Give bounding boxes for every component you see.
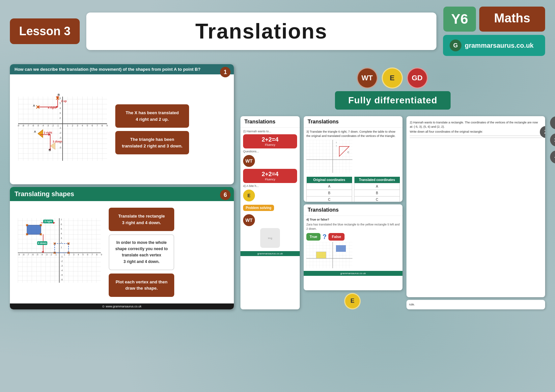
ws-math-box-1: 2+2=4 Fluency	[243, 134, 297, 148]
ws-problem-badge: Problem solving	[243, 205, 274, 211]
grammarsaurus-icon: G	[450, 39, 461, 51]
svg-text:B: B	[58, 93, 60, 96]
true-false-row: True ? False	[306, 233, 400, 241]
ws-mid-bottom: Translations 4) True or false? Zara has …	[304, 204, 402, 290]
ws-e-badge: E	[243, 190, 255, 201]
ws-mid-bottom-title: Translations	[304, 204, 402, 216]
num-2: 2	[550, 116, 555, 129]
num-label-2: 2	[540, 126, 545, 138]
svg-text:6: 6	[92, 124, 93, 127]
main-container: Lesson 3 Translations Y6 Maths G grammar…	[0, 0, 555, 316]
svg-text:-5: -5	[36, 253, 38, 256]
gd-circle: GD	[407, 67, 428, 89]
svg-text:-4: -4	[61, 269, 63, 272]
svg-text:9: 9	[106, 124, 108, 127]
num-labels-stack: 2	[540, 126, 545, 138]
svg-text:1: 1	[64, 253, 65, 256]
slide1-exp2: The triangle has beentranslated 2 right …	[115, 131, 189, 154]
left-panels: 1 How can we describe the translation (t…	[10, 64, 234, 309]
ws-mid-bottom-footer: grammarsaurus.co.uk	[304, 271, 402, 276]
ws-wt-badge: WT	[243, 155, 255, 167]
question-icon: ?	[322, 233, 326, 241]
slide-number-1: 1	[220, 67, 231, 77]
svg-text:6: 6	[87, 253, 88, 256]
svg-text:-3: -3	[59, 136, 61, 139]
ws-mid-top: Translations 3) Translate the triangle 6…	[304, 116, 402, 202]
svg-text:-2: -2	[52, 124, 54, 127]
trans-row-b: B	[354, 190, 400, 196]
svg-text:4 down: 4 down	[38, 242, 47, 245]
svg-text:-6: -6	[61, 278, 63, 281]
svg-text:-6: -6	[32, 253, 34, 256]
svg-text:2: 2	[59, 117, 61, 119]
page-title: Translations	[99, 19, 423, 43]
ws-right-main: 2) Hannah wants to translate a rectangle…	[406, 116, 545, 297]
svg-text:-7: -7	[27, 124, 29, 127]
trans-row-c: C	[354, 196, 400, 202]
ws-math-box-2: 2+2=4 Fluency	[243, 169, 297, 183]
e-badge-standalone: E	[304, 293, 402, 309]
ws-left-footer: grammarsaurus.co.uk	[240, 251, 300, 256]
middle-worksheet-stack: Translations 3) Translate the triangle 6…	[304, 116, 402, 309]
svg-text:9: 9	[101, 253, 102, 256]
e-circle: E	[382, 67, 403, 89]
e-badge-lg: E	[344, 293, 361, 309]
q4-text: Zara has translated the blue rectangle t…	[306, 222, 400, 231]
slide2-exp3: Plot each vertex and thendraw the shape.	[109, 274, 174, 297]
diff-banner-area: WT E GD Fully differentiated	[240, 64, 545, 111]
svg-text:-3: -3	[61, 265, 63, 267]
header: Lesson 3 Translations Y6 Maths G grammar…	[10, 7, 545, 56]
svg-text:-6: -6	[32, 124, 34, 127]
slide2-exp2: In order to move the whole shape correct…	[109, 234, 174, 270]
orig-row-b: B	[307, 190, 352, 196]
ws-wt-badge-2: WT	[243, 214, 255, 226]
trans-header: Translated coordinates	[354, 177, 400, 183]
slide1-grid: -9 -8 -7 -6 -5 -4 -3 -2 -1 1 2 3	[13, 78, 112, 181]
svg-text:A: A	[33, 104, 35, 107]
svg-text:-8: -8	[22, 124, 24, 127]
ws-left-1-body: 2) Hannah wants to... 2+2=4 Fluency Ques…	[240, 128, 300, 251]
svg-text:7: 7	[92, 253, 93, 256]
orig-row-c: C	[307, 196, 352, 202]
svg-text:6: 6	[61, 223, 62, 225]
trans-row-a: A	[354, 183, 400, 190]
ws-q-placeholder2: 4) A bite h...	[243, 184, 297, 188]
grammarsaurus-badge: G grammarsaurus.co.uk	[443, 35, 545, 56]
ws-left-1-title: Translations	[240, 116, 300, 128]
svg-text:2 up: 2 up	[61, 100, 67, 103]
far-right-nums: 2 13 -1	[550, 116, 555, 164]
svg-text:-7: -7	[27, 253, 29, 256]
svg-text:4: 4	[82, 124, 83, 127]
ws-character-img: img	[260, 228, 280, 248]
ws-right-q2: 2) Hannah wants to translate a rectangle…	[410, 120, 542, 129]
true-button: True	[306, 233, 320, 241]
slide2-footer: ⊙ www.grammarsaurus.co.uk	[10, 303, 234, 309]
svg-text:5: 5	[59, 102, 61, 105]
trans-coord-table: Translated coordinates A B C	[354, 177, 400, 202]
slide-panel-2: 6 Translating shapes	[10, 187, 234, 309]
slide2-content: 7 6 5 4 3 2 1 -1 -2 -3 -4 -5 -6	[10, 201, 234, 303]
orig-coord-table: Original coordinates A B C	[306, 177, 352, 202]
year-badge: Y6	[443, 7, 476, 32]
content-area: 1 How can we describe the translation (t…	[10, 64, 545, 309]
ws-mid-grid-svg: C 6 5	[306, 140, 352, 173]
svg-text:4: 4	[78, 253, 79, 256]
orig-row-a: A	[307, 183, 352, 190]
year-maths-row: Y6 Maths	[443, 7, 545, 32]
svg-text:3: 3	[61, 237, 62, 239]
svg-text:A: A	[34, 130, 36, 133]
diff-circles-row: WT E GD	[357, 67, 429, 89]
fully-diff-banner: Fully differentiated	[335, 91, 450, 110]
svg-text:8: 8	[101, 124, 103, 127]
num-neg1: -1	[550, 150, 555, 164]
svg-text:3: 3	[59, 112, 61, 115]
slide2-exp1: Translate the rectangle3 right and 4 dow…	[109, 208, 174, 231]
svg-text:-9: -9	[17, 124, 19, 127]
lesson-badge: Lesson 3	[10, 18, 80, 44]
slide1-exp1: The X has been translated4 right and 2 u…	[115, 104, 189, 128]
svg-text:B: B	[49, 148, 51, 152]
left-worksheet-stack: Translations 2) Hannah wants to... 2+2=4…	[240, 116, 300, 309]
svg-rect-107	[306, 140, 352, 173]
right-section: WT E GD Fully differentiated Translation…	[240, 64, 545, 309]
svg-text:-2: -2	[61, 260, 63, 262]
